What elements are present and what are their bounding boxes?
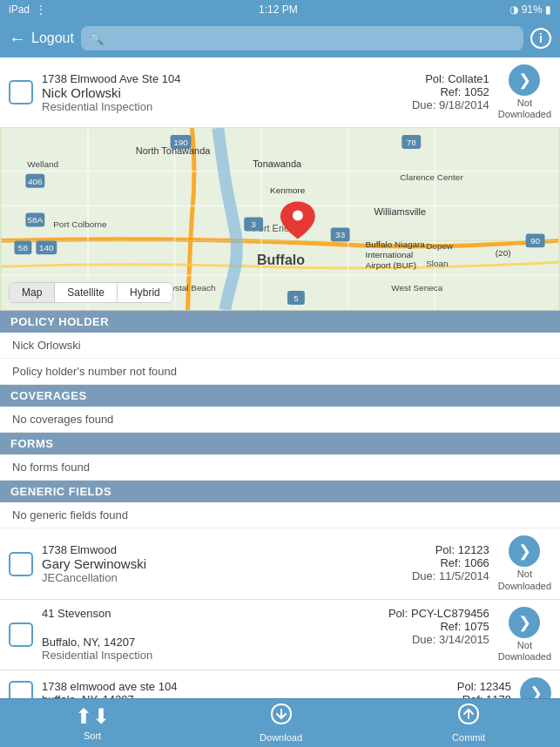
- svg-text:Airport (BUF): Airport (BUF): [366, 261, 417, 271]
- info-button[interactable]: i: [530, 28, 551, 49]
- forms-header: FORMS: [0, 433, 560, 454]
- item-address: 41 Stevenson: [42, 607, 152, 620]
- forms-content: No forms found: [0, 454, 560, 481]
- not-downloaded-label: NotDownloaded: [498, 640, 551, 663]
- svg-text:Clarence Center: Clarence Center: [400, 172, 463, 182]
- svg-text:Kenmore: Kenmore: [270, 185, 306, 195]
- logout-label: Logout: [31, 30, 74, 46]
- bottom-toolbar: ⬆⬇ Sort Download Commit: [0, 698, 560, 747]
- list-item: 1738 Elmwood Ave Ste 104 Nick Orlowski R…: [0, 57, 560, 128]
- svg-text:90: 90: [530, 237, 541, 246]
- checkbox-item1[interactable]: [9, 80, 33, 104]
- item-arrow-button[interactable]: ❯: [509, 607, 540, 638]
- svg-text:58: 58: [18, 244, 29, 253]
- generic-fields-content: No generic fields found: [0, 502, 560, 528]
- svg-point-40: [293, 211, 303, 221]
- item-arrow-wrap: ❯ NotDownloaded: [498, 535, 551, 591]
- sort-icon: ⬆⬇: [75, 704, 110, 729]
- svg-text:78: 78: [407, 138, 417, 147]
- item-type: Residential Inspection: [42, 100, 181, 113]
- map-toggle: Map Satellite Hybrid: [9, 282, 173, 303]
- svg-text:(20): (20): [496, 249, 511, 259]
- item-address: 1738 Elmwood: [42, 543, 146, 556]
- item-arrow-wrap: ❯ NotDownloaded: [498, 607, 551, 663]
- coverages-content: No coverages found: [0, 407, 560, 433]
- map-btn-map[interactable]: Map: [10, 283, 55, 302]
- sort-label: Sort: [84, 730, 101, 741]
- map-container: Welland North Tonawanda Tonawanda Kenmor…: [0, 128, 560, 311]
- item-name: [42, 620, 152, 636]
- svg-text:190: 190: [173, 138, 188, 147]
- download-label: Download: [260, 732, 302, 743]
- item-ref: Ref: 1052: [412, 85, 489, 98]
- not-downloaded-label: NotDownloaded: [498, 98, 551, 120]
- svg-text:140: 140: [39, 244, 54, 253]
- item-type: JECancellation: [42, 571, 146, 584]
- commit-label: Commit: [452, 732, 485, 743]
- download-icon: [268, 703, 294, 730]
- svg-text:Tonawanda: Tonawanda: [253, 158, 302, 169]
- item-arrow-button[interactable]: ❯: [509, 535, 540, 567]
- coverages-header: COVERAGES: [0, 385, 560, 407]
- commit-icon: [455, 703, 482, 730]
- svg-text:International: International: [366, 251, 414, 260]
- item-name: Nick Orlowski: [42, 85, 181, 100]
- item-arrow-wrap: ❯ NotDownloaded: [498, 64, 551, 120]
- policy-holder-name: Nick Orlowski: [0, 333, 560, 359]
- svg-text:Buffalo Niagara: Buffalo Niagara: [366, 240, 426, 250]
- search-input[interactable]: [81, 26, 523, 50]
- content-area: 1738 Elmwood Ave Ste 104 Nick Orlowski R…: [0, 57, 560, 747]
- item-due: Due: 9/18/2014: [412, 98, 489, 111]
- checkbox-item2[interactable]: [9, 552, 33, 576]
- item-pol: Pol: PCY-LC879456: [388, 607, 489, 620]
- svg-text:5: 5: [293, 293, 299, 303]
- svg-text:Sloan: Sloan: [426, 259, 448, 269]
- policy-holder-number: Policy holder's number not found: [0, 359, 560, 385]
- item-address2: Buffalo, NY, 14207: [42, 636, 135, 649]
- battery-label: ◑ 91% ▮: [509, 3, 551, 16]
- download-button[interactable]: Download: [260, 703, 302, 743]
- svg-text:Williamsville: Williamsville: [374, 206, 426, 217]
- not-downloaded-label: NotDownloaded: [498, 569, 551, 591]
- item-due: Due: 3/14/2015: [388, 633, 489, 646]
- svg-text:Depew: Depew: [426, 242, 454, 252]
- item-pol: Pol: Collate1: [412, 72, 489, 85]
- back-arrow-icon: ←: [9, 29, 26, 49]
- svg-text:58A: 58A: [28, 216, 44, 225]
- item-name: Gary Serwinowski: [42, 556, 146, 571]
- policy-holder-header: POLICY HOLDER: [0, 311, 560, 333]
- svg-text:Welland: Welland: [27, 159, 58, 169]
- carrier-label: iPad ⋮: [9, 3, 46, 16]
- svg-text:Port Colborne: Port Colborne: [53, 220, 107, 230]
- nav-bar: ← Logout i: [0, 19, 560, 57]
- item-address: 1738 Elmwood Ave Ste 104: [42, 72, 181, 85]
- map-btn-hybrid[interactable]: Hybrid: [118, 283, 172, 302]
- svg-text:3: 3: [251, 220, 256, 230]
- svg-text:West Seneca: West Seneca: [391, 283, 442, 293]
- item-address: 1738 elmwood ave ste 104: [42, 680, 177, 693]
- item-pol: Pol: 12123: [412, 543, 489, 556]
- checkbox-item3[interactable]: [9, 622, 33, 647]
- list-item: 41 Stevenson Buffalo, NY, 14207 Resident…: [0, 600, 560, 670]
- map-btn-satellite[interactable]: Satellite: [55, 283, 118, 302]
- status-bar: iPad ⋮ 1:12 PM ◑ 91% ▮: [0, 0, 560, 19]
- time-label: 1:12 PM: [259, 3, 298, 16]
- item-pol: Pol: 12345: [457, 680, 511, 693]
- list-item: 1738 Elmwood Gary Serwinowski JECancella…: [0, 528, 560, 599]
- item-due: Due: 11/5/2014: [412, 569, 489, 582]
- generic-fields-header: GENERIC FIELDS: [0, 481, 560, 502]
- item-ref: Ref: 1075: [388, 620, 489, 633]
- item-arrow-button[interactable]: ❯: [509, 64, 540, 96]
- back-button[interactable]: ← Logout: [9, 29, 74, 49]
- svg-text:Buffalo: Buffalo: [257, 253, 305, 268]
- svg-text:406: 406: [28, 177, 43, 186]
- svg-text:33: 33: [335, 231, 346, 240]
- item-type: Residential Inspection: [42, 649, 152, 662]
- item-ref: Ref: 1066: [412, 556, 489, 569]
- sort-button[interactable]: ⬆⬇ Sort: [75, 704, 110, 741]
- commit-button[interactable]: Commit: [452, 703, 485, 743]
